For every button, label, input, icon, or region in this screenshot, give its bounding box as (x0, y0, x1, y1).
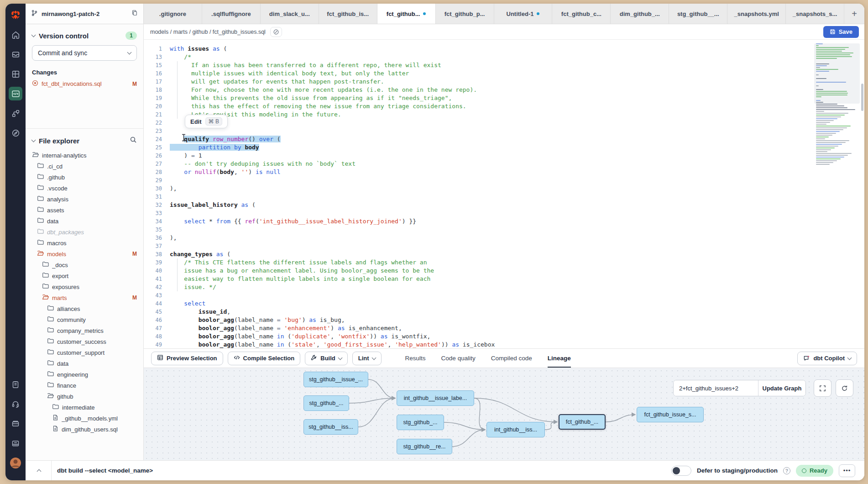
code-line[interactable]: 24 qualify row_number() over ( (144, 135, 864, 143)
changed-file-item[interactable]: fct_dbt_invocations.sqlM (26, 79, 143, 89)
code-line[interactable]: 25 partition by body (144, 143, 864, 152)
code-editor[interactable]: 1with issues as (13 /*15 If an issue has… (144, 40, 864, 348)
grid-icon[interactable] (9, 67, 22, 81)
code-line[interactable]: 22 (144, 119, 864, 127)
editor-tab[interactable]: fct_github_p... (436, 4, 494, 24)
tree-item-data[interactable]: data (26, 216, 143, 226)
tab-compiled-code[interactable]: Compiled code (491, 349, 532, 368)
tree-item-finance[interactable]: finance (26, 380, 143, 391)
lineage-selector-input[interactable] (674, 380, 758, 396)
tab-lineage[interactable]: Lineage (548, 349, 571, 368)
code-line[interactable]: 1with issues as ( (144, 45, 864, 53)
code-line[interactable]: 42 issue. */ (144, 283, 864, 291)
code-line[interactable]: 18 For now, choose the one with more rec… (144, 86, 864, 94)
code-minimap[interactable] (816, 43, 858, 166)
code-line[interactable]: 33 (144, 209, 864, 217)
lineage-node-n2[interactable]: stg_github_... (303, 395, 349, 411)
git-fork-icon[interactable] (9, 106, 22, 120)
code-line[interactable]: 27 -- don't try deduping issues with no … (144, 160, 864, 168)
dbt-command-input[interactable]: dbt build --select <model_name> (57, 467, 666, 474)
code-line[interactable]: 35 (144, 226, 864, 234)
code-line[interactable]: 29 (144, 176, 864, 184)
code-line[interactable]: 46 boolor_agg(label_name = 'bug') as is_… (144, 316, 864, 324)
code-line[interactable]: 28 or nullif(body, '') is null (144, 168, 864, 176)
lineage-node-n1[interactable]: stg_github__issue_... (303, 372, 368, 387)
code-line[interactable]: 48 boolor_agg(label_name in ('duplicate'… (144, 332, 864, 341)
clipboard-icon[interactable] (9, 378, 22, 391)
headset-icon[interactable] (9, 397, 22, 411)
tree-item-internal-analytics[interactable]: internal-analytics (26, 150, 143, 161)
code-line[interactable]: 41 easiest way to flatten multiple label… (144, 275, 864, 283)
code-line[interactable]: 15 If an issue has been transferred to a… (144, 61, 864, 69)
code-line[interactable]: 23 (144, 127, 864, 135)
code-editor-icon[interactable] (9, 87, 22, 100)
expand-command-bar-icon[interactable] (32, 464, 46, 477)
editor-tab[interactable]: dim_github_... (611, 4, 669, 24)
avatar[interactable] (9, 456, 22, 470)
code-line[interactable]: 26 ) = 1 (144, 152, 864, 160)
code-line[interactable]: 19 While this prevents the old issue fro… (144, 94, 864, 102)
chevron-down-icon[interactable] (31, 33, 36, 37)
help-icon[interactable]: ? (783, 467, 790, 474)
home-icon[interactable] (9, 28, 22, 42)
search-icon[interactable] (130, 136, 137, 145)
tree-item-_docs[interactable]: _docs (26, 259, 143, 270)
tree-item-analysis[interactable]: analysis (26, 194, 143, 205)
tree-item-dbt_packages[interactable]: dbt_packages (26, 226, 143, 237)
code-line[interactable]: 43 (144, 291, 864, 300)
tree-item-company_metrics[interactable]: company_metrics (26, 325, 143, 336)
preview-selection-button[interactable]: Preview Selection (151, 352, 223, 365)
vertical-scrollbar[interactable] (861, 84, 863, 111)
file-link-icon[interactable] (270, 27, 282, 37)
code-line[interactable]: 44 select (144, 300, 864, 308)
code-line[interactable]: 31 (144, 193, 864, 201)
tree-item-export[interactable]: export (26, 270, 143, 281)
tree-item-marts[interactable]: martsM (26, 292, 143, 303)
tree-item-data[interactable]: data (26, 358, 143, 369)
editor-tab[interactable]: Untitled-1 (494, 4, 553, 24)
refresh-icon[interactable] (836, 379, 853, 397)
code-line[interactable]: 38change_types as ( (144, 250, 864, 258)
tree-item-_github__models.yml[interactable]: _github__models.yml (26, 413, 143, 424)
code-line[interactable]: 49 boolor_agg(label_name in ('stale', 'g… (144, 341, 864, 348)
editor-tab[interactable]: fct_github_is... (319, 4, 377, 24)
defer-toggle[interactable] (671, 466, 691, 476)
editor-tab[interactable]: _snapshots_s... (786, 4, 844, 24)
lineage-node-n7[interactable]: int_github__iss... (486, 422, 545, 437)
commit-and-sync-button[interactable]: Commit and sync (32, 45, 137, 61)
compass-icon[interactable] (9, 126, 22, 140)
code-line[interactable]: 20 this has the effect of removing the n… (144, 102, 864, 110)
code-line[interactable]: 21 Let's revisit this modeling in the fu… (144, 110, 864, 119)
lineage-node-n5[interactable]: stg_github_... (397, 415, 444, 430)
apps-icon[interactable] (9, 437, 22, 450)
drawer-icon[interactable] (9, 417, 22, 431)
tree-item-customer_success[interactable]: customer_success (26, 336, 143, 347)
editor-tab[interactable]: .gitignore (144, 4, 202, 24)
fullscreen-icon[interactable] (814, 379, 831, 397)
tree-item-dim_github_users.sql[interactable]: dim_github_users.sql (26, 424, 143, 435)
tree-item-customer_support[interactable]: customer_support (26, 347, 143, 358)
tab-results[interactable]: Results (405, 349, 426, 368)
tree-item-models[interactable]: modelsM (26, 248, 143, 259)
compile-selection-button[interactable]: Compile Selection (228, 352, 301, 365)
code-line[interactable]: 39 /* This CTE flattens the different is… (144, 258, 864, 267)
code-line[interactable]: 13 /* (144, 53, 864, 61)
lint-button[interactable]: Lint (352, 352, 382, 365)
tree-item-.vscode[interactable]: .vscode (26, 183, 143, 194)
code-line[interactable]: 17 will get updates for events that happ… (144, 78, 864, 86)
tab-code-quality[interactable]: Code quality (441, 349, 476, 368)
save-button[interactable]: Save (823, 26, 859, 38)
code-line[interactable]: 32issue_label_history as ( (144, 201, 864, 209)
more-options-button[interactable]: ••• (839, 464, 855, 477)
tree-item-macros[interactable]: macros (26, 237, 143, 248)
chevron-down-icon[interactable] (31, 138, 36, 142)
minimap-viewport[interactable] (814, 43, 860, 104)
build-button[interactable]: Build (305, 352, 348, 365)
lineage-node-n8[interactable]: fct_github_... (559, 414, 606, 430)
editor-tab[interactable]: fct_github_c... (552, 4, 611, 24)
tree-item-exposures[interactable]: exposures (26, 281, 143, 292)
code-line[interactable]: 45 issue_id, (144, 308, 864, 316)
code-line[interactable]: 30), (144, 184, 864, 193)
dbt-copilot-button[interactable]: dbt Copilot (797, 352, 857, 365)
tree-item-assets[interactable]: assets (26, 205, 143, 216)
